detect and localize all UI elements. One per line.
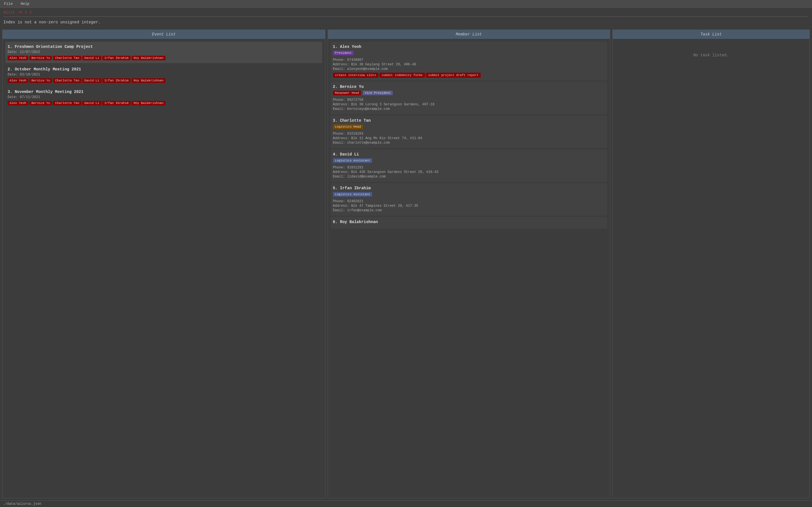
role-tags-row: President [333,51,605,57]
role-tag: President [333,51,354,55]
member-tag[interactable]: Bernice Yu [29,78,52,83]
member-phone: Phone: 91031282 [333,166,605,170]
member-tag[interactable]: David Li [82,78,101,83]
panels-container: Event List 1. Freshmen Orientation Camp … [0,27,812,501]
member-panel-content[interactable]: 1. Alex YeohPresidentPhone: 87438807Addr… [328,39,610,498]
member-panel-header: Member List [328,30,610,39]
action-tag[interactable]: submit indemnity forms [379,73,425,78]
no-task-text: No task listed. [615,53,807,57]
member-email: Email: alexyeoh@example.com [333,67,605,71]
menu-help[interactable]: Help [19,1,31,6]
member-tag[interactable]: Bernice Yu [29,56,52,60]
event-title: 3. November Monthly Meeting 2021 [8,90,320,94]
output-text: Index is not a non-zero unsigned integer… [3,19,809,25]
event-title: 2. October Monthly Meeting 2021 [8,67,320,71]
member-tag[interactable]: Irfan Ibrahim [102,78,131,83]
event-item[interactable]: 1. Freshmen Orientation Camp ProjectDate… [5,42,322,63]
task-panel-header: Task List [613,30,809,39]
event-item[interactable]: 2. October Monthly Meeting 2021Date: 03/… [5,64,322,86]
role-tag: Logistics Assistant [333,158,372,163]
member-tag[interactable]: Charlotte Tan [53,56,81,60]
member-tags: Alex YeohBernice YuCharlotte TanDavid Li… [8,56,320,60]
member-tag[interactable]: Irfan Ibrahim [102,56,131,60]
member-tag[interactable]: David Li [82,56,101,60]
member-name: 6. Roy Balakrishnan [333,220,605,224]
event-title: 1. Freshmen Orientation Camp Project [8,45,320,49]
role-tags-row: Manpower HeadVice President [333,91,605,97]
member-tags: Alex YeohBernice YuCharlotte TanDavid Li… [8,101,320,105]
member-item[interactable]: 3. Charlotte TanLogistics HeadPhone: 932… [331,115,607,148]
member-tags: Alex YeohBernice YuCharlotte TanDavid Li… [8,78,320,83]
event-panel: Event List 1. Freshmen Orientation Camp … [2,30,325,498]
member-item[interactable]: 2. Bernice YuManpower HeadVice President… [331,82,607,114]
member-tag[interactable]: Irfan Ibrahim [102,101,131,105]
member-name: 5. Irfan Ibrahim [333,186,605,190]
role-tag: Manpower Head [333,91,361,95]
role-tags-row: Logistics Assistant [333,158,605,165]
member-tag[interactable]: Alex Yeoh [8,56,28,60]
member-tag[interactable]: Charlotte Tan [53,78,81,83]
event-panel-content[interactable]: 1. Freshmen Orientation Camp ProjectDate… [3,39,325,498]
member-address: Address: Blk 11 Ang Mo Kio Street 74, #1… [333,136,605,140]
member-tag[interactable]: Alex Yeoh [8,78,28,83]
menu-bar: File Help [0,0,812,8]
status-bar: ./data/ailurus.json [0,501,812,507]
member-tag[interactable]: Roy Balakrishnan [132,56,165,60]
event-date: Date: 11/07/2022 [8,50,320,54]
event-panel-header: Event List [3,30,325,39]
member-email: Email: lidavid@example.com [333,175,605,179]
member-tag[interactable]: Roy Balakrishnan [132,78,165,83]
member-address: Address: Blk 30 Lorong 3 Serangoon Garde… [333,103,605,107]
task-panel-content: No task listed. [613,39,809,498]
member-phone: Phone: 93210283 [333,132,605,136]
member-phone: Phone: 87438807 [333,58,605,62]
member-tag[interactable]: David Li [82,101,101,105]
role-tag: Logistics Assistant [333,192,372,196]
member-tag[interactable]: Charlotte Tan [53,101,81,105]
member-name: 2. Bernice Yu [333,84,605,89]
member-address: Address: Blk 436 Serangoon Gardens Stree… [333,170,605,174]
member-item[interactable]: 5. Irfan IbrahimLogistics AssistantPhone… [331,183,607,216]
member-phone: Phone: 92492021 [333,200,605,203]
event-item[interactable]: 3. November Monthly Meeting 2021Date: 07… [5,87,322,108]
member-panel: Member List 1. Alex YeohPresidentPhone: … [327,30,610,498]
role-tags-row: Logistics Head [333,124,605,131]
event-date: Date: 03/10/2021 [8,73,320,76]
action-tag[interactable]: create interview slots [333,73,378,78]
member-email: Email: irfan@example.com [333,209,605,212]
member-address: Address: Blk 30 Geylang Street 29, #06-4… [333,62,605,66]
command-line: mlist /e 1 1 [3,10,809,15]
divider [3,16,809,17]
member-tag[interactable]: Alex Yeoh [8,101,28,105]
member-address: Address: Blk 47 Tampines Street 20, #17-… [333,204,605,208]
action-tag[interactable]: submit project draft report [426,73,481,78]
member-phone: Phone: 99272758 [333,98,605,102]
command-area: mlist /e 1 1 Index is not a non-zero uns… [0,8,812,27]
role-tag: Logistics Head [333,124,363,129]
member-item[interactable]: 4. David LiLogistics AssistantPhone: 910… [331,149,607,182]
member-tag[interactable]: Bernice Yu [29,101,52,105]
member-item[interactable]: 1. Alex YeohPresidentPhone: 87438807Addr… [331,42,607,80]
member-name: 3. Charlotte Tan [333,118,605,123]
member-email: Email: berniceyu@example.com [333,107,605,111]
member-name: 1. Alex Yeoh [333,45,605,49]
role-tag: Vice President [363,91,393,95]
member-name: 4. David Li [333,152,605,157]
member-tag[interactable]: Roy Balakrishnan [132,101,165,105]
menu-file[interactable]: File [3,1,14,6]
task-panel: Task List No task listed. [612,30,810,498]
event-date: Date: 07/11/2021 [8,95,320,99]
action-tags: create interview slotssubmit indemnity f… [333,73,605,78]
member-item[interactable]: 6. Roy Balakrishnan [331,217,607,229]
role-tags-row: Logistics Assistant [333,192,605,198]
member-email: Email: charlotte@example.com [333,141,605,145]
